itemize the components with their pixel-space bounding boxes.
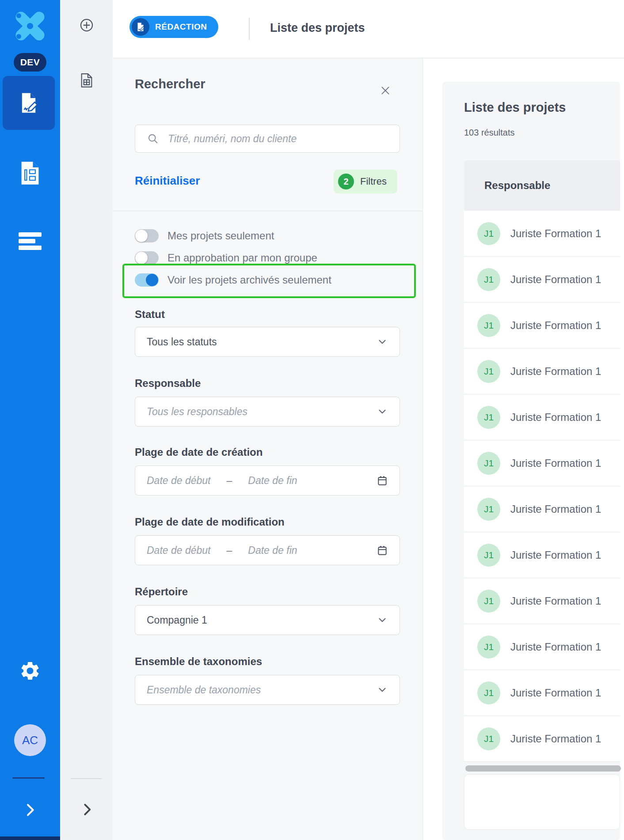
row-responsable-name: Juriste Formation 1 <box>510 641 601 653</box>
taxonomies-select[interactable]: Ensemble de taxonomies <box>135 675 400 705</box>
document-pencil-icon <box>135 22 146 32</box>
date-end-placeholder: Date de fin <box>248 545 297 556</box>
date-range-separator: – <box>227 475 232 487</box>
filters-label: Filtres <box>360 176 387 187</box>
search-input[interactable] <box>159 125 400 152</box>
row-responsable-name: Juriste Formation 1 <box>510 365 601 378</box>
chevron-down-icon <box>377 684 388 696</box>
toggle-row: En approbation par mon groupe <box>135 247 409 269</box>
modification-date-range-field[interactable]: Date de début – Date de fin <box>135 535 400 565</box>
repertoire-value: Compagnie 1 <box>147 614 207 626</box>
toggle-label: En approbation par mon groupe <box>167 252 317 264</box>
module-badge-redaction[interactable]: RÉDACTION <box>129 16 218 38</box>
repertoire-select[interactable]: Compagnie 1 <box>135 605 400 635</box>
toggle-label: Mes projets seulement <box>167 230 274 242</box>
toggle-label: Voir les projets archivés seulement <box>167 274 331 286</box>
date-start-placeholder: Date de début <box>147 475 211 487</box>
row-responsable-name: Juriste Formation 1 <box>510 687 601 699</box>
row-avatar: J1 <box>477 452 500 475</box>
row-responsable-name: Juriste Formation 1 <box>510 549 601 561</box>
taxonomies-placeholder: Ensemble de taxonomies <box>147 684 261 696</box>
table-row[interactable]: J1 Juriste Formation 1 <box>464 486 620 532</box>
table-row[interactable]: J1 Juriste Formation 1 <box>464 578 620 624</box>
table-body: J1 Juriste Formation 1 J1 Juriste Format… <box>464 211 620 762</box>
rail-expand-button[interactable] <box>79 800 95 819</box>
row-avatar: J1 <box>477 406 500 429</box>
app-logo-x-icon[interactable] <box>14 10 46 42</box>
calendar-icon[interactable] <box>377 545 388 556</box>
table-row[interactable]: J1 Juriste Formation 1 <box>464 394 620 440</box>
date-end-placeholder: Date de fin <box>248 475 297 487</box>
search-icon <box>135 132 159 145</box>
table-row[interactable]: J1 Juriste Formation 1 <box>464 716 620 762</box>
horizontal-scrollbar[interactable] <box>465 765 621 772</box>
chevron-right-icon <box>21 800 39 820</box>
creation-date-range-field[interactable]: Date de début – Date de fin <box>135 465 400 496</box>
pagination-card <box>464 774 620 830</box>
document-lines-icon <box>19 161 41 185</box>
sidebar-item-redaction-active[interactable] <box>3 76 55 130</box>
gear-icon <box>19 660 41 682</box>
table-row[interactable]: J1 Juriste Formation 1 <box>464 440 620 486</box>
row-avatar: J1 <box>477 360 500 383</box>
results-count: 103 résultats <box>464 128 515 138</box>
date-range-separator: – <box>227 545 232 556</box>
document-table-icon <box>80 73 94 88</box>
sidebar-item-settings[interactable] <box>0 660 60 682</box>
sidebar-divider <box>12 777 45 779</box>
row-responsable-name: Juriste Formation 1 <box>510 319 601 332</box>
responsable-placeholder: Tous les responsables <box>147 406 247 418</box>
panel-divider <box>113 211 423 211</box>
row-responsable-name: Juriste Formation 1 <box>510 457 601 469</box>
row-avatar: J1 <box>477 727 500 750</box>
header-divider <box>249 18 250 40</box>
row-responsable-name: Juriste Formation 1 <box>510 273 601 286</box>
rail-divider <box>71 778 102 779</box>
chevron-right-icon <box>79 800 95 819</box>
toggle-switch[interactable] <box>135 229 159 242</box>
row-avatar: J1 <box>477 268 500 291</box>
toggle-switch[interactable] <box>135 273 159 287</box>
new-item-button[interactable] <box>60 18 113 33</box>
table-header-row: Responsable <box>464 160 620 211</box>
table-row[interactable]: J1 Juriste Formation 1 <box>464 211 620 257</box>
modification-date-range-label: Plage de date de modification <box>135 516 285 528</box>
search-filter-panel: Rechercher Réinitialiser 2 Filtres Mes <box>113 58 423 840</box>
sidebar-item-list[interactable] <box>0 232 60 250</box>
responsable-select[interactable]: Tous les responsables <box>135 397 400 427</box>
chevron-down-icon <box>377 406 388 417</box>
taxonomies-label: Ensemble de taxonomies <box>135 655 262 668</box>
rail-item-project-table[interactable] <box>60 73 113 88</box>
chevron-down-icon <box>377 336 388 348</box>
creation-date-range-label: Plage de date de création <box>135 446 263 458</box>
row-avatar: J1 <box>477 544 500 567</box>
projects-table: Responsable J1 Juriste Formation 1 J1 Ju… <box>464 160 620 762</box>
row-avatar: J1 <box>477 498 500 521</box>
active-filters-badge[interactable]: 2 Filtres <box>334 170 397 193</box>
statut-value: Tous les statuts <box>147 336 217 348</box>
sidebar-bottom-strip <box>0 836 60 840</box>
table-row[interactable]: J1 Juriste Formation 1 <box>464 348 620 394</box>
statut-select[interactable]: Tous les statuts <box>135 327 400 357</box>
circle-plus-icon <box>79 18 94 33</box>
toggle-row: Voir les projets archivés seulement <box>135 269 409 291</box>
toggle-list: Mes projets seulement En approbation par… <box>135 225 409 291</box>
user-avatar[interactable]: AC <box>14 724 46 756</box>
sidebar-item-documents[interactable] <box>0 161 60 185</box>
results-title: Liste des projets <box>464 100 566 115</box>
calendar-icon[interactable] <box>377 475 388 486</box>
table-row[interactable]: J1 Juriste Formation 1 <box>464 532 620 578</box>
table-row[interactable]: J1 Juriste Formation 1 <box>464 624 620 670</box>
results-card: Liste des projets 103 résultats Responsa… <box>442 82 620 840</box>
sidebar-expand-button[interactable] <box>21 800 39 820</box>
table-row[interactable]: J1 Juriste Formation 1 <box>464 670 620 716</box>
toggle-switch[interactable] <box>135 251 159 265</box>
table-row[interactable]: J1 Juriste Formation 1 <box>464 303 620 348</box>
close-panel-button[interactable] <box>378 83 393 98</box>
row-responsable-name: Juriste Formation 1 <box>510 503 601 515</box>
table-row[interactable]: J1 Juriste Formation 1 <box>464 257 620 303</box>
secondary-rail <box>60 0 113 840</box>
reset-filters-link[interactable]: Réinitialiser <box>135 174 200 188</box>
responsable-label: Responsable <box>135 377 201 390</box>
row-avatar: J1 <box>477 681 500 704</box>
